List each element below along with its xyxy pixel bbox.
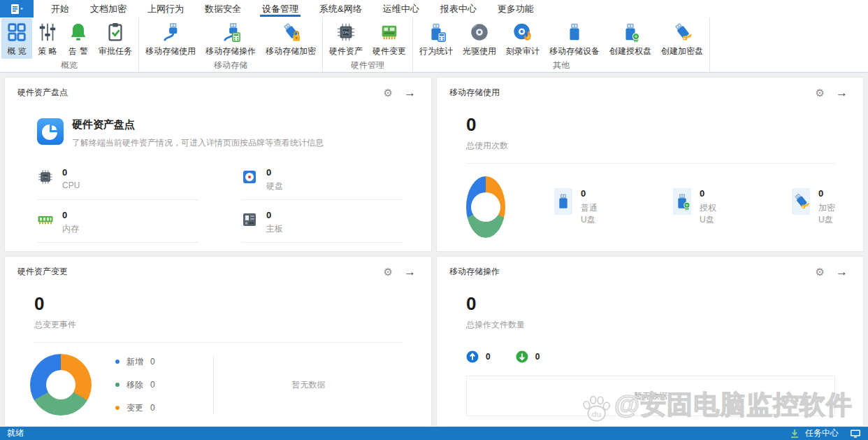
legend-value: 0 xyxy=(818,188,835,199)
card-storage-operation: 移动存储操作 ⚙ → 0 总操作文件数量 0 0 暂无数据 xyxy=(436,256,864,427)
bell-icon xyxy=(68,22,89,43)
tab-more-features[interactable]: 更多功能 xyxy=(487,0,544,17)
ribbon-group-other: 行为统计 光驱使用 刻录审计 移动存储设备 创建授权盘 创建加密盘 xyxy=(413,17,710,72)
arrow-right-icon[interactable]: → xyxy=(404,87,416,99)
ribbon-item-label: 移动存储操作 xyxy=(205,45,256,57)
legend-removed: 移除 0 xyxy=(115,379,213,391)
tab-ops-center[interactable]: 运维中心 xyxy=(372,0,430,17)
ribbon-item-storage-devices[interactable]: 移动存储设备 xyxy=(544,18,605,59)
ribbon-group-overview: 概 览 策 略 告 警 审批任务 概览 xyxy=(0,17,139,72)
usb-stick-icon xyxy=(564,22,585,43)
ribbon-item-policy[interactable]: 策 略 xyxy=(32,18,63,59)
legend-label: 授权U盘 xyxy=(700,202,716,226)
ribbon-item-approval-tasks[interactable]: 审批任务 xyxy=(94,18,137,59)
tab-data-security[interactable]: 数据安全 xyxy=(194,0,252,17)
usb-operation-icon xyxy=(220,22,241,43)
dashboard: 硬件资产盘点 ⚙ → 硬件资产盘点 了解终端当前硬件资产情况，可进入详情页面按品… xyxy=(4,77,864,427)
pie-app-icon xyxy=(37,118,64,145)
feature-description: 了解终端当前硬件资产情况，可进入详情页面按品牌等查看统计信息 xyxy=(72,137,324,149)
stat-value: 0 xyxy=(266,210,283,220)
ribbon: 概 览 策 略 告 警 审批任务 概览 移动存储使用 xyxy=(0,17,868,73)
tab-web-behavior[interactable]: 上网行为 xyxy=(137,0,194,17)
legend-added: 新增 0 xyxy=(115,356,213,368)
ribbon-item-overview[interactable]: 概 览 xyxy=(1,18,32,59)
usb-stats-icon xyxy=(426,22,447,43)
tab-doc-encryption[interactable]: 文档加密 xyxy=(80,0,137,17)
disc-icon xyxy=(469,22,490,43)
ribbon-item-create-encrypted-disk[interactable]: 创建加密盘 xyxy=(656,18,708,59)
ribbon-item-hardware-assets[interactable]: 硬件资产 xyxy=(324,18,368,59)
upload-circle-icon xyxy=(466,350,479,363)
ribbon-group-label: 硬件管理 xyxy=(323,59,412,74)
ribbon-item-label: 移动存储使用 xyxy=(145,45,196,57)
cpu-stat-icon xyxy=(37,169,54,185)
ribbon-item-label: 创建授权盘 xyxy=(609,45,651,57)
total-value: 0 xyxy=(34,293,431,315)
stat-cpu: 0 CPU xyxy=(37,167,199,200)
ribbon-item-behavior-stats[interactable]: 行为统计 xyxy=(414,18,458,59)
card-storage-usage: 移动存储使用 ⚙ → 0 总使用次数 0 普通U盘 0 xyxy=(436,77,864,252)
ribbon-group-label: 移动存储 xyxy=(139,59,322,74)
tab-report-center[interactable]: 报表中心 xyxy=(430,0,487,17)
usb-lock-icon xyxy=(280,22,301,43)
arrow-right-icon[interactable]: → xyxy=(836,266,848,278)
ribbon-group-hardware: 硬件资产 硬件变更 硬件管理 xyxy=(323,17,413,72)
card-hardware-change: 硬件资产变更 ⚙ → 0 总变更事件 新增 0 移除 0 xyxy=(4,256,432,427)
divider xyxy=(34,342,403,343)
ribbon-item-create-authorized-disk[interactable]: 创建授权盘 xyxy=(605,18,656,59)
ribbon-item-optical-usage[interactable]: 光驱使用 xyxy=(458,18,501,59)
empty-data-text: 暂无数据 xyxy=(214,379,403,391)
usb-key-icon xyxy=(672,22,693,43)
app-menu-button[interactable] xyxy=(0,0,34,17)
download-value: 0 xyxy=(535,352,540,362)
ribbon-group-label: 概览 xyxy=(0,59,138,74)
ribbon-item-label: 告 警 xyxy=(68,45,87,57)
gear-icon[interactable]: ⚙ xyxy=(384,87,393,98)
card-title: 硬件资产变更 xyxy=(17,266,68,278)
arrow-right-icon[interactable]: → xyxy=(836,87,848,99)
gear-icon[interactable]: ⚙ xyxy=(816,267,825,277)
ribbon-item-label: 刻录审计 xyxy=(506,45,540,57)
tab-device-management[interactable]: 设备管理 xyxy=(252,0,309,17)
arrow-right-icon[interactable]: → xyxy=(404,266,416,278)
total-label: 总使用次数 xyxy=(466,140,863,152)
task-center-button[interactable]: 任务中心 xyxy=(805,427,839,439)
gear-icon[interactable]: ⚙ xyxy=(384,267,393,277)
tab-start[interactable]: 开始 xyxy=(41,0,80,17)
gear-icon[interactable]: ⚙ xyxy=(816,87,825,98)
legend-value: 0 xyxy=(150,357,155,367)
download-icon[interactable] xyxy=(790,429,800,439)
tab-system-network[interactable]: 系统&网络 xyxy=(309,0,372,17)
stat-memory: 0 内存 xyxy=(37,210,199,243)
ribbon-item-storage-usage[interactable]: 移动存储使用 xyxy=(140,18,201,59)
legend-dot xyxy=(115,406,120,410)
ribbon-item-label: 行为统计 xyxy=(419,45,453,57)
legend-value: 0 xyxy=(700,188,716,199)
ribbon-group-label: 其他 xyxy=(413,59,709,74)
ribbon-item-label: 硬件资产 xyxy=(329,45,363,57)
total-label: 总变更事件 xyxy=(34,319,431,331)
hardware-change-donut-chart xyxy=(30,354,92,416)
legend-normal-usb: 0 普通U盘 xyxy=(554,188,598,226)
legend-changed: 变更 0 xyxy=(115,402,213,414)
empty-data-text: 暂无数据 xyxy=(634,390,667,402)
usb-stick-icon xyxy=(554,192,572,211)
ribbon-item-label: 概 览 xyxy=(7,45,26,57)
legend-dot xyxy=(115,383,120,387)
usb-badge-icon xyxy=(673,192,691,211)
card-title: 移动存储操作 xyxy=(449,266,500,278)
ribbon-item-label: 硬件变更 xyxy=(372,45,406,57)
card-title: 移动存储使用 xyxy=(449,87,500,99)
legend-name: 变更 xyxy=(126,402,143,414)
download-circle-icon xyxy=(516,350,528,363)
ribbon-item-storage-encryption[interactable]: 移动存储加密 xyxy=(261,18,321,59)
stat-value: 0 xyxy=(266,167,283,178)
menu-tabs: 开始 文档加密 上网行为 数据安全 设备管理 系统&网络 运维中心 报表中心 更… xyxy=(41,0,544,17)
ribbon-item-hardware-change[interactable]: 硬件变更 xyxy=(368,18,411,59)
monitor-icon[interactable] xyxy=(850,429,861,439)
ribbon-item-burn-audit[interactable]: 刻录审计 xyxy=(501,18,544,59)
legend-encrypted-usb: 0 加密U盘 xyxy=(792,188,835,226)
ribbon-item-alert[interactable]: 告 警 xyxy=(63,18,94,59)
ribbon-item-storage-operation[interactable]: 移动存储操作 xyxy=(201,18,261,59)
legend-label: 加密U盘 xyxy=(818,202,835,226)
